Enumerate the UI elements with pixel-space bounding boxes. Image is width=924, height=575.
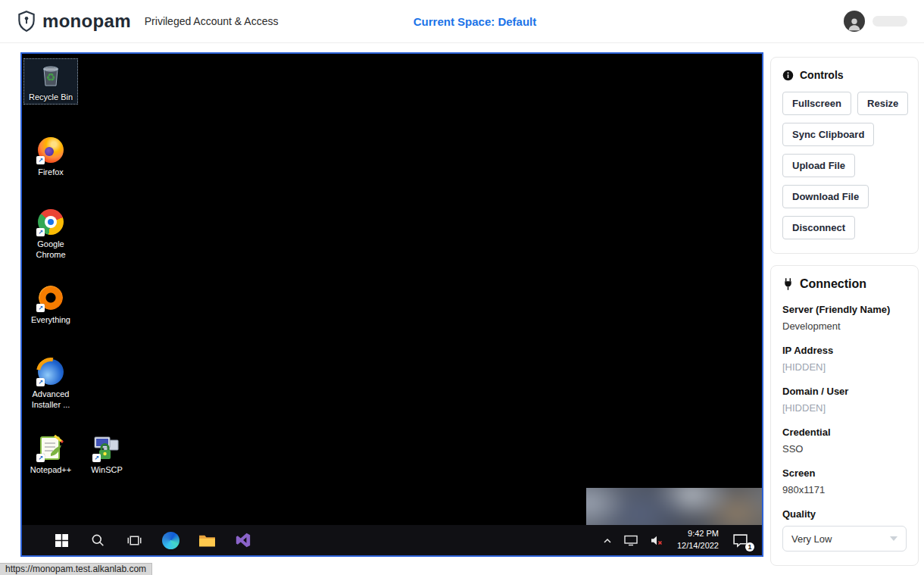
field-label: Screen <box>782 467 907 479</box>
folder-icon <box>198 533 216 548</box>
resize-button[interactable]: Resize <box>857 92 908 115</box>
desktop-icon-label: Firefox <box>38 167 64 177</box>
action-center-button[interactable]: 1 <box>728 525 753 555</box>
shortcut-arrow-icon: ↗ <box>36 378 45 386</box>
chevron-down-icon <box>890 536 897 541</box>
field-label: Credential <box>782 427 907 438</box>
shortcut-arrow-icon: ↗ <box>36 454 45 462</box>
visual-studio-button[interactable] <box>225 525 261 555</box>
current-space-label: Current Space: Default <box>414 15 537 28</box>
field-label: Domain / User <box>782 386 907 397</box>
shortcut-arrow-icon: ↗ <box>36 228 45 236</box>
sync-clipboard-button[interactable]: Sync Clipboard <box>782 123 874 146</box>
desktop-icon-label: Google Chrome <box>23 239 78 261</box>
firefox-icon: ↗ <box>36 136 65 164</box>
clock-time: 9:42 PM <box>677 528 719 540</box>
desktop-icon-everything[interactable]: ↗ Everything <box>23 282 78 327</box>
everything-icon: ↗ <box>36 283 65 312</box>
field-domain-user: Domain / User [HIDDEN] <box>782 386 907 414</box>
winscp-icon: ↗ <box>92 433 121 462</box>
edge-taskbar-button[interactable] <box>152 525 189 555</box>
tray-volume-button[interactable] <box>645 525 668 555</box>
blurred-thumbnail <box>586 488 762 525</box>
task-view-icon <box>127 533 142 548</box>
field-value: 980x1171 <box>782 484 907 495</box>
controls-card: Controls Fullscreen Resize Sync Clipboar… <box>770 57 919 254</box>
start-button[interactable] <box>43 525 80 555</box>
person-icon <box>846 15 863 32</box>
field-label: IP Address <box>782 345 907 356</box>
upload-file-button[interactable]: Upload File <box>782 154 855 177</box>
field-label: Quality <box>782 508 907 520</box>
file-explorer-button[interactable] <box>189 525 225 555</box>
field-value: [HIDDEN] <box>782 402 907 414</box>
info-icon <box>782 70 794 81</box>
task-view-button[interactable] <box>116 525 152 555</box>
tray-display-button[interactable] <box>620 525 642 555</box>
notification-count-badge: 1 <box>745 542 754 552</box>
field-value: SSO <box>782 443 907 455</box>
notepad-plus-plus-icon: ↗ <box>36 433 65 462</box>
download-file-button[interactable]: Download File <box>782 185 869 208</box>
desktop-icon-firefox[interactable]: ↗ Firefox <box>23 134 78 179</box>
desktop-icon-recycle-bin[interactable]: ♻ Recycle Bin <box>23 58 78 105</box>
controls-title: Controls <box>800 69 844 81</box>
header-placeholder-pill <box>872 16 907 27</box>
sidebar: Controls Fullscreen Resize Sync Clipboar… <box>770 57 919 566</box>
clock-date: 12/14/2022 <box>677 540 719 552</box>
desktop-icon-label: Notepad++ <box>30 464 71 475</box>
edge-icon <box>162 532 179 549</box>
app-header: monopam Privileged Account & Access Curr… <box>0 0 924 43</box>
advanced-installer-icon: ↗ <box>36 358 65 386</box>
desktop-icon-winscp[interactable]: ↗ WinSCP <box>80 432 134 477</box>
taskbar: 9:42 PM 12/14/2022 1 <box>22 525 762 555</box>
shortcut-arrow-icon: ↗ <box>36 156 45 164</box>
fullscreen-button[interactable]: Fullscreen <box>782 92 851 115</box>
search-icon <box>91 533 105 547</box>
desktop-icon-google-chrome[interactable]: ↗ Google Chrome <box>23 206 78 262</box>
svg-text:♻: ♻ <box>46 71 56 83</box>
quality-selected-value: Very Low <box>791 533 832 545</box>
desktop-icon-advanced-installer[interactable]: ↗ Advanced Installer ... <box>23 356 78 412</box>
avatar[interactable] <box>844 11 865 32</box>
field-quality: Quality Very Low <box>782 508 907 552</box>
remote-desktop-viewport[interactable]: ♻ Recycle Bin ↗ Firefox ↗ Google Chrome … <box>20 52 763 557</box>
field-ip-address: IP Address [HIDDEN] <box>782 345 907 373</box>
field-label: Server (Friendly Name) <box>782 304 907 315</box>
field-value: Development <box>782 320 907 332</box>
disconnect-button[interactable]: Disconnect <box>782 216 855 239</box>
desktop-icon-label: Recycle Bin <box>29 92 73 102</box>
plug-icon <box>782 277 794 291</box>
brand-tagline: Privileged Account & Access <box>145 15 279 27</box>
brand-name: monopam <box>42 11 131 32</box>
recycle-bin-icon: ♻ <box>36 61 65 89</box>
field-server: Server (Friendly Name) Development <box>782 304 907 332</box>
field-screen: Screen 980x1171 <box>782 467 907 495</box>
quality-select[interactable]: Very Low <box>782 526 907 552</box>
chevron-up-icon <box>603 537 612 544</box>
windows-logo-icon <box>55 534 68 547</box>
connection-title: Connection <box>800 277 866 291</box>
shortcut-arrow-icon: ↗ <box>36 304 45 312</box>
field-value: [HIDDEN] <box>782 361 907 373</box>
shield-logo-icon <box>17 10 36 33</box>
connection-card: Connection Server (Friendly Name) Develo… <box>770 265 919 566</box>
speaker-muted-icon <box>650 535 663 546</box>
desktop-icon-label: Advanced Installer ... <box>23 389 78 411</box>
tray-clock[interactable]: 9:42 PM 12/14/2022 <box>671 528 725 552</box>
chrome-icon: ↗ <box>36 208 65 236</box>
taskbar-search-button[interactable] <box>80 525 116 555</box>
status-bar-link: https://monopam.test.alkanlab.com <box>0 563 152 575</box>
tray-chevron-button[interactable] <box>598 525 617 555</box>
desktop-icon-label: WinSCP <box>91 464 123 475</box>
field-credential: Credential SSO <box>782 427 907 455</box>
visual-studio-icon <box>235 532 251 548</box>
brand: monopam Privileged Account & Access <box>17 10 278 33</box>
desktop-icon-notepad-plus-plus[interactable]: ↗ Notepad++ <box>23 432 78 477</box>
shortcut-arrow-icon: ↗ <box>92 454 101 462</box>
monitor-icon <box>624 535 638 546</box>
desktop-icon-label: Everything <box>31 314 70 325</box>
